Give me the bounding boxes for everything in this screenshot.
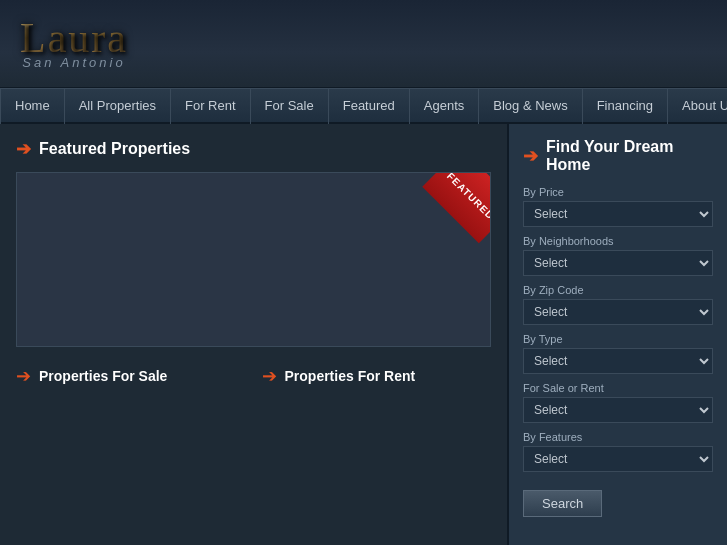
logo-subtitle: San Antonio <box>22 55 125 70</box>
nav-item-for-rent[interactable]: For Rent <box>171 88 251 124</box>
header: Laura San Antonio <box>0 0 727 88</box>
search-arrow-icon: ➔ <box>523 145 538 167</box>
filter-group-price: By PriceSelect <box>523 186 713 227</box>
nav-item-about-us[interactable]: About Us <box>668 88 727 124</box>
for-rent-arrow-icon: ➔ <box>262 365 277 387</box>
nav-item-financing[interactable]: Financing <box>583 88 668 124</box>
featured-properties-heading: ➔ Featured Properties <box>16 138 491 160</box>
filter-select-features[interactable]: Select <box>523 446 713 472</box>
filter-label-neighborhoods: By Neighborhoods <box>523 235 713 247</box>
filter-select-type[interactable]: Select <box>523 348 713 374</box>
filter-group-type: By TypeSelect <box>523 333 713 374</box>
featured-ribbon: FEATURED <box>422 172 491 243</box>
for-sale-arrow-icon: ➔ <box>16 365 31 387</box>
nav-item-all-properties[interactable]: All Properties <box>65 88 171 124</box>
filter-select-neighborhoods[interactable]: Select <box>523 250 713 276</box>
filter-label-zipcode: By Zip Code <box>523 284 713 296</box>
filter-label-sale-or-rent: For Sale or Rent <box>523 382 713 394</box>
left-panel: ➔ Featured Properties FEATURED ➔ Propert… <box>0 124 507 545</box>
search-panel: ➔ Find Your Dream Home By PriceSelectBy … <box>507 124 727 545</box>
featured-arrow-icon: ➔ <box>16 138 31 160</box>
logo-area: Laura San Antonio <box>20 17 128 70</box>
filter-select-price[interactable]: Select <box>523 201 713 227</box>
filters-container: By PriceSelectBy NeighborhoodsSelectBy Z… <box>523 186 713 472</box>
filter-group-neighborhoods: By NeighborhoodsSelect <box>523 235 713 276</box>
search-button[interactable]: Search <box>523 490 602 517</box>
featured-property-card[interactable]: FEATURED <box>16 172 491 347</box>
filter-select-sale-or-rent[interactable]: Select <box>523 397 713 423</box>
main-content: ➔ Featured Properties FEATURED ➔ Propert… <box>0 124 727 545</box>
logo-text: Laura <box>20 17 128 59</box>
for-sale-title: Properties For Sale <box>39 368 167 384</box>
nav-item-featured[interactable]: Featured <box>329 88 410 124</box>
bottom-sections: ➔ Properties For Sale ➔ Properties For R… <box>16 365 491 387</box>
nav-item-blog-news[interactable]: Blog & News <box>479 88 582 124</box>
for-rent-title: Properties For Rent <box>285 368 416 384</box>
filter-label-price: By Price <box>523 186 713 198</box>
featured-properties-title: Featured Properties <box>39 140 190 158</box>
search-heading: ➔ Find Your Dream Home <box>523 138 713 174</box>
filter-group-zipcode: By Zip CodeSelect <box>523 284 713 325</box>
filter-group-features: By FeaturesSelect <box>523 431 713 472</box>
nav-item-for-sale[interactable]: For Sale <box>251 88 329 124</box>
filter-label-type: By Type <box>523 333 713 345</box>
filter-group-sale-or-rent: For Sale or RentSelect <box>523 382 713 423</box>
for-sale-section: ➔ Properties For Sale <box>16 365 246 387</box>
main-nav: HomeAll PropertiesFor RentFor SaleFeatur… <box>0 88 727 124</box>
filter-label-features: By Features <box>523 431 713 443</box>
nav-item-home[interactable]: Home <box>0 88 65 124</box>
filter-select-zipcode[interactable]: Select <box>523 299 713 325</box>
nav-item-agents[interactable]: Agents <box>410 88 479 124</box>
for-rent-section: ➔ Properties For Rent <box>262 365 492 387</box>
search-title-text: Find Your Dream Home <box>546 138 713 174</box>
